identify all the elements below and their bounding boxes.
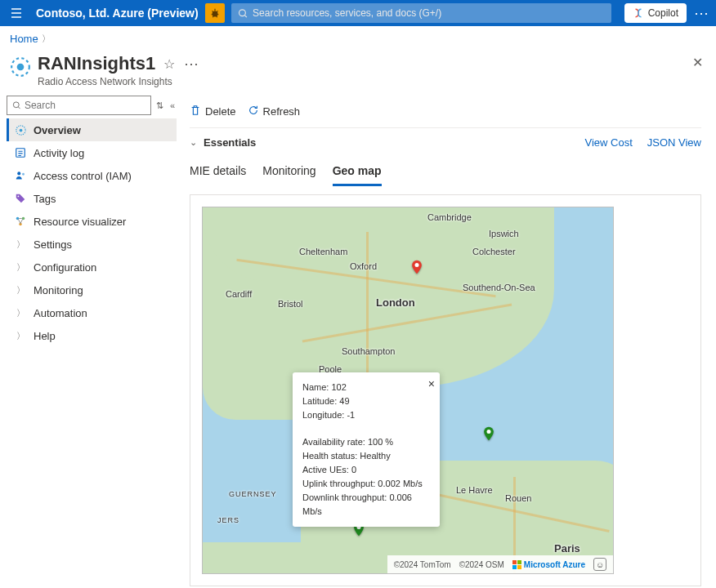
- portal-topbar: Contoso, Ltd. Azure (Preview) Copilot ⋯: [0, 0, 716, 26]
- refresh-icon: [248, 105, 259, 118]
- command-bar: Delete Refresh: [190, 96, 701, 128]
- sidebar-item-overview[interactable]: Overview: [7, 118, 177, 141]
- view-cost-link[interactable]: View Cost: [584, 136, 632, 149]
- popup-field-label: Latitude:: [302, 396, 337, 406]
- svg-point-6: [19, 128, 22, 131]
- sidebar-item-label: Help: [34, 330, 56, 342]
- global-search-input[interactable]: [253, 7, 605, 19]
- chevron-down-icon[interactable]: ⌄: [190, 137, 197, 148]
- popup-field-label: Active UEs:: [302, 465, 349, 474]
- sidebar-item-settings[interactable]: 〉Settings: [7, 233, 177, 256]
- city-label: Oxford: [350, 261, 377, 271]
- sidebar-sort-icon[interactable]: ⇅: [154, 100, 165, 111]
- tab-mie-details[interactable]: MIE details: [190, 158, 246, 186]
- sidebar: ⇅ « OverviewActivity logAccess control (…: [0, 96, 180, 588]
- sidebar-item-label: Tags: [34, 193, 56, 205]
- sidebar-item-activity-log[interactable]: Activity log: [7, 141, 177, 164]
- popup-field-value: 0.002 Mb/s: [378, 479, 422, 488]
- page-subtitle: Radio Access Network Insights: [38, 76, 199, 87]
- svg-point-14: [415, 263, 419, 267]
- geo-map[interactable]: Cambridge Ipswich Colchester Cheltenham …: [202, 207, 614, 574]
- sidebar-item-monitoring[interactable]: 〉Monitoring: [7, 278, 177, 301]
- sidebar-item-resource-visualizer[interactable]: Resource visualizer: [7, 210, 177, 233]
- chevron-right-icon: 〉: [14, 261, 27, 274]
- close-icon[interactable]: ✕: [692, 55, 703, 70]
- popup-field-value: 0: [351, 465, 356, 474]
- chevron-right-icon: 〉: [14, 238, 27, 251]
- refresh-button[interactable]: Refresh: [248, 105, 301, 118]
- city-label: Bristol: [278, 299, 303, 309]
- favorite-star-icon[interactable]: ☆: [163, 56, 175, 72]
- tab-bar: MIE detailsMonitoringGeo map: [190, 158, 701, 186]
- popup-field-value: 49: [339, 396, 349, 406]
- tab-monitoring[interactable]: Monitoring: [262, 158, 315, 186]
- popup-field-label: Uplink throughput:: [302, 479, 375, 488]
- copilot-button[interactable]: Copilot: [624, 3, 687, 23]
- sidebar-item-help[interactable]: 〉Help: [7, 324, 177, 347]
- city-label: Paris: [554, 542, 580, 555]
- sidebar-collapse-icon[interactable]: «: [168, 100, 177, 110]
- delete-label: Delete: [205, 105, 236, 118]
- tab-geo-map[interactable]: Geo map: [333, 158, 382, 186]
- city-label: Ipswich: [489, 229, 519, 238]
- city-label: GUERNSEY: [229, 490, 277, 498]
- delete-button[interactable]: Delete: [190, 105, 236, 118]
- iam-icon: [14, 169, 27, 182]
- sidebar-item-label: Configuration: [34, 261, 96, 274]
- svg-point-3: [17, 64, 25, 71]
- popup-field-value: 102: [331, 382, 346, 392]
- resource-type-icon: [10, 56, 31, 78]
- hamburger-menu-icon[interactable]: [7, 3, 26, 23]
- map-pin-red[interactable]: [409, 259, 423, 274]
- preview-bug-icon[interactable]: [205, 3, 225, 23]
- sidebar-menu: OverviewActivity logAccess control (IAM)…: [7, 118, 177, 347]
- geo-map-panel: Cambridge Ipswich Colchester Cheltenham …: [190, 194, 701, 586]
- microsoft-azure-tag: Microsoft Azure: [512, 560, 585, 569]
- attrib-tomtom: ©2024 TomTom: [394, 560, 451, 569]
- chevron-right-icon: 〉: [14, 330, 27, 342]
- tags-icon: [14, 192, 27, 205]
- city-label: Cambridge: [427, 212, 472, 222]
- breadcrumb: Home 〉: [0, 26, 716, 51]
- json-view-link[interactable]: JSON View: [647, 136, 701, 149]
- sidebar-item-label: Activity log: [34, 147, 84, 159]
- resource-more-icon[interactable]: ⋯: [183, 55, 199, 73]
- sidebar-item-label: Overview: [34, 124, 81, 136]
- sidebar-search-input[interactable]: [25, 100, 145, 111]
- copilot-label: Copilot: [648, 7, 678, 19]
- svg-point-8: [17, 172, 20, 175]
- city-label: London: [376, 296, 415, 309]
- svg-point-15: [487, 430, 491, 434]
- viz-icon: [14, 215, 27, 228]
- svg-point-4: [13, 102, 19, 108]
- microsoft-logo-icon: [512, 560, 521, 569]
- sidebar-item-access-control-iam-[interactable]: Access control (IAM): [7, 164, 177, 187]
- sidebar-search[interactable]: [7, 96, 151, 115]
- chevron-right-icon: 〉: [42, 33, 51, 45]
- sidebar-item-label: Monitoring: [34, 284, 83, 296]
- map-pin-green[interactable]: [481, 425, 495, 440]
- sidebar-item-automation[interactable]: 〉Automation: [7, 301, 177, 324]
- refresh-label: Refresh: [263, 105, 301, 118]
- essentials-label[interactable]: Essentials: [204, 136, 256, 149]
- popup-field-value: Healthy: [360, 451, 390, 461]
- city-label: Rouen: [505, 493, 531, 503]
- breadcrumb-home[interactable]: Home: [10, 33, 38, 45]
- sidebar-item-configuration[interactable]: 〉Configuration: [7, 256, 177, 278]
- sidebar-item-tags[interactable]: Tags: [7, 187, 177, 210]
- feedback-smiley-icon[interactable]: ☺: [593, 558, 606, 571]
- city-label: Cheltenham: [299, 247, 347, 256]
- svg-point-1: [239, 9, 245, 16]
- sidebar-item-label: Settings: [34, 238, 72, 251]
- popup-close-icon[interactable]: ×: [428, 376, 435, 394]
- trash-icon: [190, 105, 201, 118]
- resource-header: RANInsights1 ☆ ⋯ Radio Access Network In…: [0, 51, 716, 96]
- global-search[interactable]: [231, 3, 611, 23]
- popup-field-value: 100 %: [368, 437, 393, 447]
- popup-field-label: Downlink throughput:: [302, 492, 387, 502]
- city-label: Southampton: [342, 346, 395, 356]
- city-label: JERS: [217, 516, 239, 524]
- more-menu-icon[interactable]: ⋯: [693, 4, 709, 22]
- portal-title[interactable]: Contoso, Ltd. Azure (Preview): [36, 7, 199, 20]
- chevron-right-icon: 〉: [14, 307, 27, 319]
